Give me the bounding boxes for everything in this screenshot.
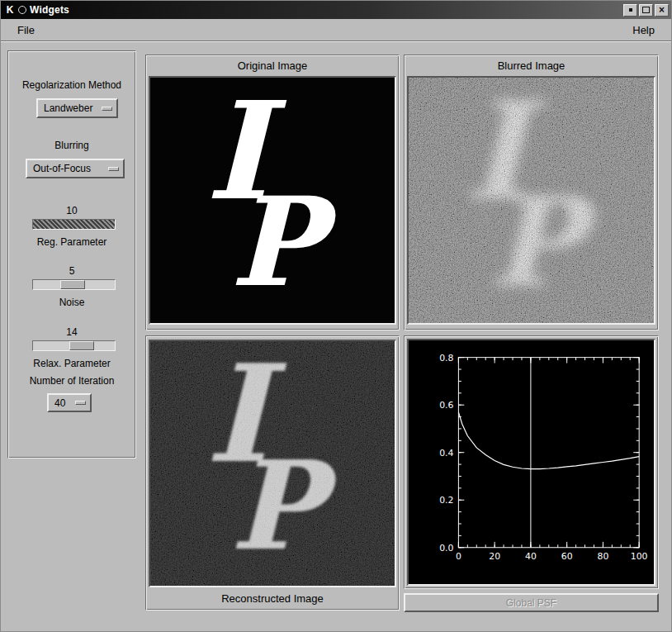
svg-text:0.6: 0.6 — [439, 400, 453, 411]
noise-slider-handle[interactable] — [60, 280, 85, 289]
option-menu-indicator-icon — [75, 401, 86, 405]
reg-parameter-value: 10 — [8, 205, 135, 216]
blurring-value: Out-of-Focus — [33, 163, 91, 174]
blurred-image-panel: Blurred Image — [404, 55, 659, 330]
reg-parameter-slider[interactable] — [32, 219, 116, 230]
maximize-button[interactable] — [639, 4, 653, 17]
regularization-method-value: Landweber — [44, 102, 92, 114]
close-button[interactable]: × — [655, 4, 669, 17]
relax-parameter-label: Relax. Parameter — [8, 358, 135, 369]
reconstructed-image-title: Reconstructed Image — [146, 592, 399, 605]
reg-parameter-label: Reg. Parameter — [8, 236, 135, 248]
sticky-pin-icon[interactable] — [18, 6, 26, 14]
svg-text:100: 100 — [631, 552, 648, 563]
menubar: File Help — [1, 19, 671, 41]
app-window: K Widgets × File Help Regolarization Met… — [0, 0, 672, 632]
blurring-dropdown[interactable]: Out-of-Focus — [26, 159, 125, 178]
minimize-button[interactable] — [623, 4, 637, 17]
blurred-image-title: Blurred Image — [405, 59, 658, 72]
option-menu-indicator-icon — [108, 167, 119, 171]
blurring-label: Blurring — [8, 140, 135, 151]
svg-text:0.4: 0.4 — [439, 448, 453, 459]
original-image-panel: Original Image — [145, 55, 400, 330]
menu-file[interactable]: File — [9, 21, 43, 40]
noise-label: Noise — [8, 297, 135, 308]
svg-text:80: 80 — [597, 552, 608, 563]
iterations-value: 40 — [54, 397, 65, 409]
minimize-icon — [629, 8, 632, 12]
original-image — [149, 76, 396, 325]
svg-text:0.0: 0.0 — [439, 543, 453, 554]
original-image-title: Original Image — [146, 59, 399, 72]
menu-help[interactable]: Help — [624, 21, 663, 40]
svg-text:40: 40 — [525, 552, 537, 563]
relax-parameter-slider[interactable] — [32, 340, 116, 351]
option-menu-indicator-icon — [102, 107, 112, 111]
psf-plot: 0204060801000.00.20.40.60.8 — [407, 339, 655, 586]
svg-text:20: 20 — [489, 552, 500, 563]
noise-value: 5 — [8, 265, 135, 277]
maximize-icon — [642, 7, 650, 13]
close-icon: × — [659, 6, 665, 14]
noise-slider[interactable] — [32, 279, 116, 290]
iterations-dropdown[interactable]: 40 — [47, 393, 92, 412]
reconstructed-image — [149, 340, 396, 587]
reconstructed-image-panel: Reconstructed Image — [145, 335, 400, 611]
svg-text:0.8: 0.8 — [439, 353, 453, 364]
titlebar: K Widgets × — [1, 1, 671, 19]
regularization-method-dropdown[interactable]: Landweber — [36, 98, 118, 118]
regularization-method-label: Regolarization Method — [8, 79, 135, 91]
app-menu-icon[interactable]: K — [3, 3, 17, 17]
global-psf-button[interactable]: Global PSF — [404, 593, 659, 612]
window-title: Widgets — [30, 4, 69, 16]
svg-text:60: 60 — [561, 552, 573, 563]
svg-text:0.2: 0.2 — [439, 495, 453, 506]
blurred-image — [407, 76, 655, 325]
main-area: Regolarization Method Landweber Blurring… — [1, 41, 671, 632]
relax-parameter-slider-handle[interactable] — [69, 341, 94, 350]
relax-parameter-value: 14 — [8, 326, 135, 338]
iterations-label: Number of Iteration — [8, 375, 135, 387]
svg-text:0: 0 — [456, 552, 461, 563]
controls-panel: Regolarization Method Landweber Blurring… — [7, 50, 136, 459]
psf-plot-panel: 0204060801000.00.20.40.60.8 — [404, 335, 659, 589]
